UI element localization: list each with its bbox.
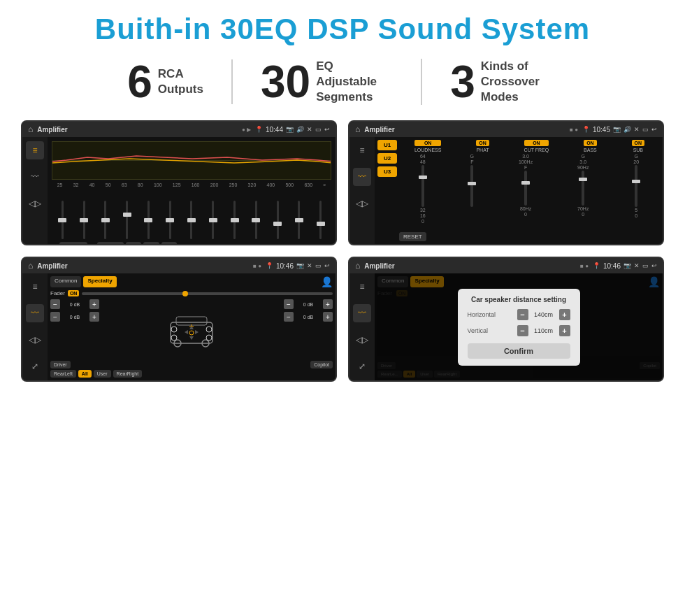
eq-icon-4[interactable]: ≡ [353,278,371,296]
expand-icon-4[interactable]: ⤢ [353,357,371,375]
ch-phat-slider[interactable] [470,165,473,207]
tab-specialty[interactable]: Specialty [83,276,116,287]
vertical-minus[interactable]: − [517,325,528,336]
fader-on-badge[interactable]: ON [68,290,80,296]
all-btn[interactable]: All [78,370,92,378]
horizontal-minus[interactable]: − [517,309,528,320]
profile-icon[interactable]: 👤 [321,276,333,287]
eq-slider-3[interactable] [99,201,112,239]
eq-prev-btn[interactable]: ◀ [52,243,57,245]
horizontal-row: Horizontal − 140cm + [468,309,570,320]
horizontal-control: − 140cm + [517,309,570,320]
status-bar-2: ⌂ Amplifier ■ ● 📍 10:45 📷 🔊 ✕ ▭ ↩ [349,122,663,137]
fader-thumb[interactable] [182,291,188,296]
speaker-icon[interactable]: ◁▷ [26,194,44,213]
rearright-btn[interactable]: RearRight [113,370,143,378]
horizontal-plus[interactable]: + [559,309,570,320]
u3-btn[interactable]: U3 [377,166,397,177]
home-icon-2[interactable]: ⌂ [355,124,360,134]
sub-on[interactable]: ON [632,140,645,146]
eq-slider-9[interactable] [229,201,241,239]
eq-slider-1[interactable] [56,201,68,239]
ch-loudness-slider[interactable] [421,165,424,207]
expand-icon-3[interactable]: ⤢ [26,357,44,375]
bass-on[interactable]: ON [584,140,597,146]
status-bar-1: ⌂ Amplifier ● ▶ 📍 10:44 📷 🔊 ✕ ▭ ↩ [22,122,336,137]
eq-freq-labels: 25 32 40 50 63 80 100 125 160 200 250 32… [52,182,331,187]
vertical-plus[interactable]: + [559,325,570,336]
wave-icon[interactable]: 〰 [26,168,44,186]
amp-reset-btn[interactable]: RESET [399,232,426,241]
fader-bottom-btns: Driver Copilot [50,361,333,368]
eq-play-btn[interactable]: ▶ [89,243,95,245]
db-minus-2[interactable]: − [50,312,60,322]
eq-reset-btn[interactable]: RESET [97,242,124,245]
speaker-icon-4[interactable]: ◁▷ [353,331,371,349]
confirm-btn[interactable]: Confirm [468,343,570,359]
stat-eq: 30 EQ AdjustableSegments [233,59,422,105]
screen1-content: ≡ 〰 ◁▷ [22,137,336,244]
tab-common[interactable]: Common [50,276,81,287]
eq-slider-12[interactable] [293,201,305,239]
eq-slider-10[interactable] [250,201,262,239]
eq-icon-3[interactable]: ≡ [26,278,44,296]
eq-slider-8[interactable] [207,201,219,239]
camera-icon-3: 📷 [296,262,304,269]
svg-point-6 [206,327,212,332]
amp-sliders-area: 64 48 32 16 0 G [399,154,660,229]
sub-label: SUB [632,148,645,152]
eq-slider-2[interactable] [78,201,90,239]
eq-slider-5[interactable] [142,201,154,239]
eq-custom-btn[interactable]: Custom [59,242,87,245]
eq-icon[interactable]: ≡ [26,141,44,159]
driver-btn[interactable]: Driver [50,361,71,368]
u1-btn[interactable]: U1 [377,140,397,150]
wave-icon-2[interactable]: 〰 [353,168,371,186]
eq-u1-btn[interactable]: U1 [126,242,141,245]
user-btn[interactable]: User [94,370,111,378]
eq-slider-13[interactable] [315,201,327,239]
fader-slider[interactable] [82,292,333,295]
ch-sub-slider[interactable] [635,165,637,207]
side-icons-2: ≡ 〰 ◁▷ [349,137,375,244]
loudness-label: LOUDNESS [414,148,442,152]
db-plus-4[interactable]: + [323,312,333,322]
loudness-on[interactable]: ON [414,140,442,146]
speaker-icon-2[interactable]: ◁▷ [353,194,371,213]
ch-bass-slider[interactable] [582,171,584,206]
svg-point-8 [206,335,212,341]
phat-on[interactable]: ON [476,140,489,146]
cutfreq-on[interactable]: ON [524,140,549,146]
vertical-label: Vertical [468,327,489,334]
home-icon-3[interactable]: ⌂ [28,261,33,271]
eq-slider-11[interactable] [271,201,284,239]
u2-btn[interactable]: U2 [377,153,397,164]
home-icon-1[interactable]: ⌂ [28,124,33,134]
eq-slider-6[interactable] [164,201,176,239]
db-minus-4[interactable]: − [284,312,294,322]
db-plus-2[interactable]: + [89,312,99,322]
eq-slider-7[interactable] [185,201,198,239]
eq-u3-btn[interactable]: U3 [161,242,177,245]
wave-icon-4[interactable]: 〰 [353,304,371,322]
speaker-icon-3[interactable]: ◁▷ [26,331,44,349]
eq-slider-4[interactable] [121,201,134,239]
rearleft-btn[interactable]: RearLeft [50,370,76,378]
ch-cutfreq-slider[interactable] [524,171,527,206]
stat-label-crossover: Kinds ofCrossover Modes [481,59,558,105]
freq-500: 500 [285,182,294,187]
db-plus-1[interactable]: + [89,299,99,309]
copilot-btn[interactable]: Copilot [310,361,333,368]
horizontal-label: Horizontal [468,311,496,318]
home-icon-4[interactable]: ⌂ [355,261,360,271]
eq-icon-2[interactable]: ≡ [353,141,371,159]
freq-40: 40 [89,182,95,187]
wave-icon-3[interactable]: 〰 [26,304,44,322]
db-minus-3[interactable]: − [284,299,294,309]
x-icon-2: ✕ [634,126,640,133]
eq-curve-svg [52,142,331,179]
db-plus-3[interactable]: + [323,299,333,309]
db-minus-1[interactable]: − [50,299,60,309]
horizontal-value: 140cm [531,311,557,318]
eq-u2-btn[interactable]: U2 [143,242,159,245]
